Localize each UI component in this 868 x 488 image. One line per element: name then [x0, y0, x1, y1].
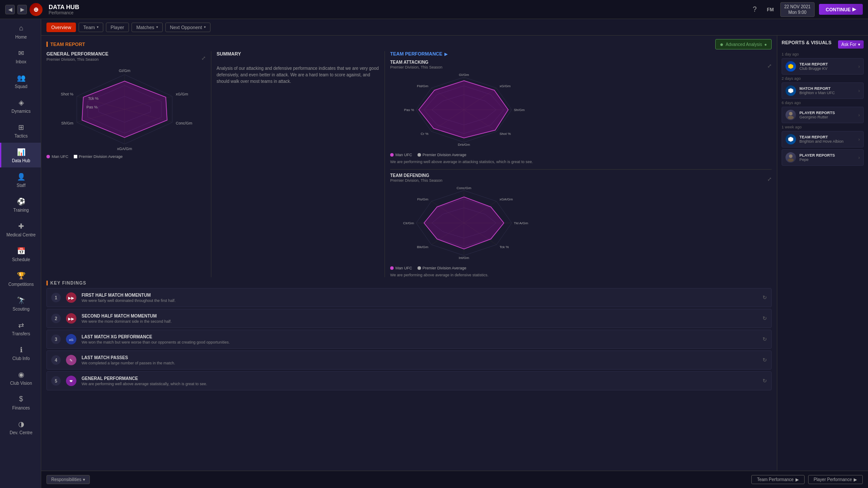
- advanced-analysis-dot: ●: [720, 41, 723, 48]
- sidebar-item-schedule[interactable]: 📅 Schedule: [0, 242, 41, 266]
- defending-legend-man-ufc-label: Man UFC: [395, 266, 412, 270]
- svg-point-69: [788, 116, 794, 119]
- sidebar-item-label-dev-centre: Dev. Centre: [10, 430, 33, 435]
- finding-row-3[interactable]: 3 xG LAST MATCH XG PERFORMANCE We won th…: [46, 330, 772, 349]
- finding-row-1[interactable]: 1 ▶▶ FIRST HALF MATCH MOMENTUM We were f…: [46, 288, 772, 307]
- responsibilities-button[interactable]: Responsibilities ▾: [46, 475, 90, 484]
- sidebar-item-training[interactable]: ⚽ Training: [0, 192, 41, 217]
- schedule-icon: 📅: [16, 246, 26, 255]
- sidebar-item-label-transfers: Transfers: [12, 331, 30, 336]
- team-perf-header[interactable]: TEAM PERFORMANCE ▶: [390, 51, 772, 56]
- sidebar-item-inbox[interactable]: ✉ Inbox: [0, 44, 41, 69]
- finding-num-2: 2: [51, 314, 61, 323]
- finding-refresh-1[interactable]: ↻: [763, 295, 767, 301]
- tab-player[interactable]: Player: [106, 23, 129, 32]
- sidebar-item-data-hub[interactable]: 📊 Data Hub: [0, 143, 41, 167]
- team-defending-radar-chart: Conc/Gm xGA/Gm Tkl A/Gm Tck % Int/Gm Blk…: [390, 186, 538, 260]
- tab-matches[interactable]: Matches ▾: [132, 23, 163, 32]
- finding-refresh-2[interactable]: ↻: [763, 315, 767, 321]
- sidebar-item-scouting[interactable]: 🔭 Scouting: [0, 291, 41, 316]
- report-card-rutter[interactable]: PLAYER REPORTS Georginio Rutter ›: [782, 107, 864, 123]
- svg-text:xGA/Gm: xGA/Gm: [117, 147, 132, 151]
- sidebar-item-label-training: Training: [13, 208, 29, 213]
- squad-icon: 👥: [16, 73, 26, 82]
- team-report-header: TEAM REPORT ● Advanced Analysis ●: [41, 36, 777, 51]
- sidebar-item-medical[interactable]: ✚ Medical Centre: [0, 217, 41, 242]
- svg-text:xG/Gm: xG/Gm: [176, 92, 188, 96]
- team-attacking-expand-icon[interactable]: ⤢: [767, 63, 772, 69]
- report-card-club-brugge[interactable]: TEAM REPORT Club Brugge KV ›: [782, 58, 864, 75]
- finding-icon-1: ▶▶: [65, 291, 77, 304]
- team-attacking-section: TEAM ATTACKING Premier Division, This Se…: [390, 60, 772, 164]
- brighton-match-icon: [786, 85, 796, 96]
- finding-icon-3: xG: [65, 333, 77, 345]
- sidebar-item-label-home: Home: [15, 35, 27, 39]
- attacking-legend-man-ufc: Man UFC: [390, 153, 412, 157]
- sidebar-item-tactics[interactable]: ⊞ Tactics: [0, 118, 41, 143]
- legend-avg-dot: [74, 155, 77, 158]
- sidebar-item-club-vision[interactable]: ◉ Club Vision: [0, 365, 41, 390]
- svg-text:Tck %: Tck %: [88, 96, 99, 101]
- sidebar-item-squad[interactable]: 👥 Squad: [0, 69, 41, 93]
- nav-forward-button[interactable]: ▶: [17, 5, 27, 14]
- report-card-pepe[interactable]: PLAYER REPORTS Pepe ›: [782, 149, 864, 166]
- player-performance-nav-button[interactable]: Player Performance ▶: [808, 475, 863, 484]
- defending-legend-man-ufc: Man UFC: [390, 266, 412, 270]
- finding-refresh-4[interactable]: ↻: [763, 357, 767, 363]
- team-defending-expand-icon[interactable]: ⤢: [767, 176, 772, 182]
- sidebar-item-staff[interactable]: 👤 Staff: [0, 167, 41, 192]
- finding-text-1: FIRST HALF MATCH MOMENTUM We were fairly…: [82, 293, 758, 303]
- matches-dropdown-icon: ▾: [156, 25, 158, 29]
- continue-button[interactable]: CONTINUE ▶: [819, 4, 863, 15]
- sidebar-item-finances[interactable]: $ Finances: [0, 390, 41, 415]
- sidebar-item-label-club-vision: Club Vision: [10, 381, 32, 386]
- general-perf-expand-icon[interactable]: ⤢: [201, 55, 206, 61]
- sidebar-item-dynamics[interactable]: ◈ Dynamics: [0, 93, 41, 118]
- sidebar-item-competitions[interactable]: 🏆 Competitions: [0, 266, 41, 291]
- pepe-avatar: [786, 152, 796, 163]
- tab-team[interactable]: Team ▾: [79, 23, 103, 32]
- report-time-4: 1 week ago: [782, 125, 864, 129]
- tab-next-opponent[interactable]: Next Opponent ▾: [165, 23, 210, 32]
- finding-refresh-3[interactable]: ↻: [763, 336, 767, 342]
- sub-nav: Overview Team ▾ Player Matches ▾ Next Op…: [41, 19, 868, 36]
- nav-back-button[interactable]: ◀: [5, 5, 15, 14]
- reports-visuals-title: REPORTS & VISUALS: [782, 40, 832, 45]
- brighton-team-arrow-icon: ›: [858, 137, 860, 142]
- brighton-match-type: MATCH REPORT: [799, 86, 855, 91]
- finding-refresh-5[interactable]: ↻: [763, 378, 767, 384]
- sidebar-item-label-staff: Staff: [16, 183, 25, 188]
- svg-text:Int/Gm: Int/Gm: [459, 256, 469, 260]
- sidebar-item-transfers[interactable]: ⇄ Transfers: [0, 316, 41, 341]
- sidebar-item-dev-centre[interactable]: ◑ Dev. Centre: [0, 415, 41, 439]
- report-card-brighton-team[interactable]: TEAM REPORT Brighton and Hove Albion ›: [782, 131, 864, 147]
- finding-row-5[interactable]: 5 ❤ GENERAL PERFORMANCE We are performin…: [46, 371, 772, 390]
- general-perf-radar-chart: GI/Gm xG/Gm Conc/Gm xGA/Gm Sh/Gm Shot % …: [46, 66, 203, 153]
- pepe-arrow-icon: ›: [858, 155, 860, 160]
- team-attacking-header: TEAM ATTACKING Premier Division, This Se…: [390, 60, 772, 72]
- report-card-brighton-match[interactable]: MATCH REPORT Brighton v Man UFC ›: [782, 82, 864, 99]
- finding-text-2: SECOND HALF MATCH MOMENTUM We were the m…: [82, 314, 758, 324]
- defending-legend-avg: Premier Division Average: [418, 266, 467, 270]
- finding-row-2[interactable]: 2 ▶▶ SECOND HALF MATCH MOMENTUM We were …: [46, 309, 772, 328]
- tactics-icon: ⊞: [16, 122, 26, 132]
- advanced-analysis-button[interactable]: ● Advanced Analysis ●: [715, 39, 772, 49]
- team-performance-nav-button[interactable]: Team Performance ▶: [751, 475, 804, 484]
- tab-overview[interactable]: Overview: [46, 23, 76, 32]
- svg-text:Clr/Gm: Clr/Gm: [403, 221, 414, 225]
- finding-row-4[interactable]: 4 ✎ LAST MATCH PASSES We completed a lar…: [46, 350, 772, 370]
- fm-button[interactable]: FM: [765, 4, 776, 15]
- svg-text:xGA/Gm: xGA/Gm: [500, 197, 513, 201]
- defending-legend-avg-dot: [418, 266, 421, 270]
- hub-subtitle: Performance: [49, 10, 79, 15]
- help-button[interactable]: ?: [749, 4, 760, 15]
- sidebar-item-club-info[interactable]: ℹ Club Info: [0, 341, 41, 365]
- team-defending-radar-container: Conc/Gm xGA/Gm Tkl A/Gm Tck % Int/Gm Blk…: [390, 186, 538, 264]
- svg-text:xG: xG: [69, 338, 73, 342]
- club-vision-icon: ◉: [16, 370, 26, 379]
- sidebar-item-home[interactable]: ⌂ Home: [0, 19, 41, 44]
- home-icon: ⌂: [16, 23, 26, 33]
- general-perf-title-area: GENERAL PERFORMANCE Premier Division, Th…: [46, 51, 108, 65]
- finding-num-4: 4: [51, 355, 61, 365]
- ask-for-button[interactable]: Ask For ▾: [838, 40, 864, 49]
